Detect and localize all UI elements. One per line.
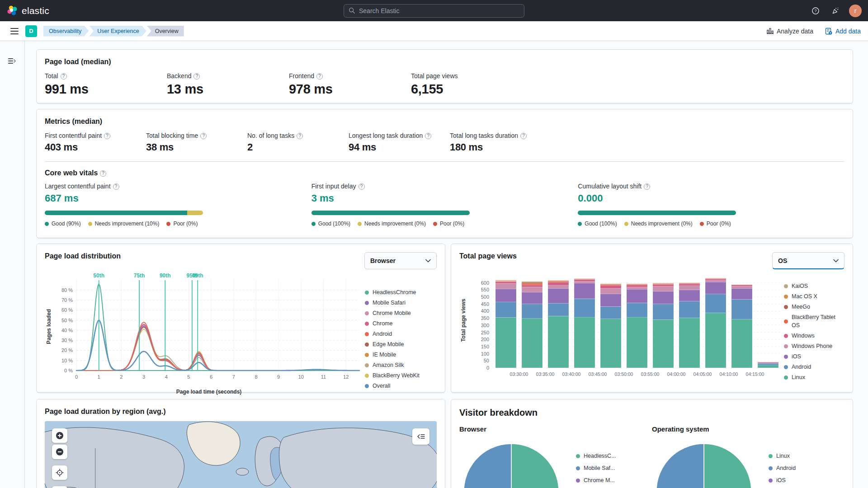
metric-stat-label: Total long tasks duration bbox=[450, 132, 518, 139]
legend-item[interactable]: iOS bbox=[784, 352, 844, 361]
question-icon[interactable]: ? bbox=[104, 133, 110, 139]
os-pie-chart[interactable] bbox=[652, 439, 756, 488]
legend-item[interactable]: Linux bbox=[784, 373, 844, 381]
legend-item[interactable]: Windows Phone bbox=[784, 342, 844, 350]
map-panel: Page load duration by region (avg.) bbox=[36, 399, 445, 488]
metric-stat-value: 2 bbox=[247, 141, 349, 153]
vital-legend-item: Poor (0%) bbox=[433, 221, 464, 227]
breadcrumb-bar: D Observability User Experience Overview… bbox=[0, 21, 868, 41]
breadcrumb-user-experience[interactable]: User Experience bbox=[89, 26, 146, 37]
breakdown-select-browser[interactable]: Browser bbox=[364, 252, 437, 269]
region-map[interactable]: NORTH AMERICA ASIA bbox=[45, 421, 437, 488]
map-geolocate-button[interactable] bbox=[52, 465, 67, 480]
open-nav-button[interactable] bbox=[5, 54, 19, 68]
global-search-input[interactable]: Search Elastic bbox=[344, 4, 524, 18]
question-icon[interactable]: ? bbox=[425, 133, 431, 139]
question-icon[interactable]: ? bbox=[520, 133, 527, 139]
legend-item[interactable]: Linux bbox=[769, 452, 806, 460]
stat-backend-label: Backend bbox=[167, 72, 191, 80]
add-data-button[interactable]: Add data bbox=[825, 28, 861, 35]
question-icon[interactable]: ? bbox=[193, 73, 200, 80]
map-fullscreen-button[interactable] bbox=[52, 486, 67, 488]
legend-item[interactable]: Windows bbox=[784, 332, 844, 340]
svg-text:99th: 99th bbox=[192, 272, 203, 279]
visitor-breakdown-browser: Browser HeadlessC...Mobile Saf...Chrome … bbox=[459, 425, 652, 488]
distribution-legend: HeadlessChromeMobile SafariChrome Mobile… bbox=[365, 272, 437, 395]
breakdown-select-os[interactable]: OS bbox=[772, 252, 844, 269]
metric-stat: Longest long task duration? 94 ms bbox=[349, 132, 450, 153]
vital-bar bbox=[45, 211, 203, 215]
svg-text:600: 600 bbox=[481, 280, 489, 286]
total-page-views-panel: Total page views OS Total page views 050… bbox=[451, 244, 853, 393]
legend-item[interactable]: Amazon Silk bbox=[365, 361, 437, 369]
breadcrumb-observability[interactable]: Observability bbox=[43, 26, 89, 37]
elastic-logo[interactable]: elastic bbox=[6, 5, 49, 17]
help-button[interactable]: ? bbox=[809, 5, 822, 17]
vital-legend-item: Needs improvement (10%) bbox=[88, 221, 160, 227]
legend-label: Windows bbox=[792, 332, 815, 340]
legend-item[interactable]: BlackBerry Tablet OS bbox=[784, 313, 844, 329]
legend-item[interactable]: HeadlessC... bbox=[576, 452, 616, 460]
legend-item[interactable]: HeadlessChrome bbox=[365, 288, 437, 296]
question-icon[interactable]: ? bbox=[113, 183, 119, 190]
legend-item[interactable]: iOS bbox=[769, 476, 806, 484]
legend-item[interactable]: Mobile Saf... bbox=[576, 464, 616, 472]
open-nav-icon bbox=[8, 58, 16, 64]
main-menu-button[interactable] bbox=[7, 24, 22, 38]
svg-text:300: 300 bbox=[481, 323, 489, 328]
svg-text:04:10:00: 04:10:00 bbox=[720, 371, 738, 377]
legend-item[interactable]: IE Mobile bbox=[365, 351, 437, 359]
legend-item[interactable]: Mobile Safari bbox=[365, 299, 437, 307]
metric-stat-label: Total blocking time bbox=[146, 132, 198, 139]
metrics-panel: Metrics (median) First contentful paint?… bbox=[36, 109, 853, 238]
metrics-title: Metrics (median) bbox=[45, 117, 844, 126]
question-icon[interactable]: ? bbox=[61, 73, 67, 80]
map-zoom-out-button[interactable] bbox=[52, 445, 67, 459]
question-icon[interactable]: ? bbox=[200, 133, 207, 139]
metric-stat: Total long tasks duration? 180 ms bbox=[450, 132, 551, 153]
legend-item[interactable]: Android bbox=[365, 330, 437, 338]
svg-text:90th: 90th bbox=[160, 272, 171, 279]
legend-item[interactable]: Android bbox=[769, 464, 806, 472]
question-icon[interactable]: ? bbox=[316, 73, 323, 80]
page-load-distribution-chart[interactable]: 0 %10 %20 %30 %40 %50 %60 %70 %80 %01234… bbox=[53, 272, 365, 388]
legend-item[interactable]: Chrome M... bbox=[576, 476, 616, 484]
legend-item[interactable]: Chrome Mobile bbox=[365, 309, 437, 317]
legend-item[interactable]: KaiOS bbox=[784, 282, 844, 290]
search-placeholder: Search Elastic bbox=[359, 7, 399, 14]
legend-item[interactable]: MeeGo bbox=[784, 303, 844, 311]
question-icon[interactable]: ? bbox=[100, 170, 106, 177]
analyze-data-label: Analyze data bbox=[777, 28, 813, 35]
svg-text:100: 100 bbox=[481, 351, 489, 357]
elastic-logo-icon bbox=[6, 5, 18, 17]
core-web-vital: Largest contentful paint? 687 ms Good (9… bbox=[45, 183, 311, 227]
question-icon[interactable]: ? bbox=[297, 133, 303, 139]
legend-item[interactable]: Mac OS X bbox=[784, 292, 844, 300]
logo-text: elastic bbox=[22, 5, 49, 16]
browser-pie-chart[interactable] bbox=[459, 439, 563, 488]
map-zoom-in-button[interactable] bbox=[52, 428, 67, 443]
analyze-data-button[interactable]: Analyze data bbox=[767, 28, 813, 35]
total-page-views-title: Total page views bbox=[459, 252, 517, 260]
vital-label: First input delay bbox=[311, 183, 356, 190]
legend-label: Mobile Safari bbox=[373, 299, 406, 307]
newsfeed-button[interactable] bbox=[829, 5, 842, 17]
total-page-views-chart[interactable]: 05010015020025030035040045050055060003:3… bbox=[467, 269, 784, 385]
map-legend-toggle-button[interactable] bbox=[412, 428, 429, 445]
legend-item[interactable]: Android bbox=[784, 363, 844, 371]
space-switcher[interactable]: D bbox=[25, 25, 37, 37]
legend-item[interactable]: Overall bbox=[365, 382, 437, 390]
legend-label: Overall bbox=[373, 382, 391, 390]
legend-item[interactable]: Edge Mobile bbox=[365, 340, 437, 348]
question-icon[interactable]: ? bbox=[359, 183, 365, 190]
user-avatar[interactable]: r bbox=[849, 5, 862, 17]
legend-item[interactable]: BlackBerry WebKit bbox=[365, 371, 437, 380]
question-icon[interactable]: ? bbox=[644, 183, 650, 190]
core-web-vitals-title: Core web vitals? bbox=[45, 169, 844, 177]
svg-text:03:50:00: 03:50:00 bbox=[615, 371, 633, 377]
stat-frontend: Frontend? 978 ms bbox=[289, 72, 411, 97]
page-views-y-axis-title: Total page views bbox=[459, 299, 467, 342]
svg-text:11: 11 bbox=[321, 374, 326, 380]
legend-item[interactable]: Chrome bbox=[365, 319, 437, 328]
vital-label: Largest contentful paint bbox=[45, 183, 111, 190]
